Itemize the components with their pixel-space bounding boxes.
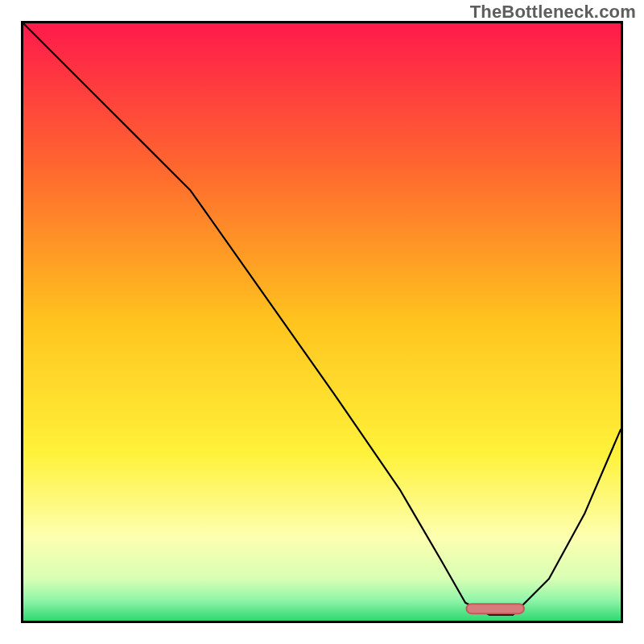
- chart-container: TheBottleneck.com: [0, 0, 644, 644]
- chart-svg: [23, 23, 621, 621]
- plot-area: [21, 21, 623, 623]
- watermark-text: TheBottleneck.com: [470, 2, 636, 23]
